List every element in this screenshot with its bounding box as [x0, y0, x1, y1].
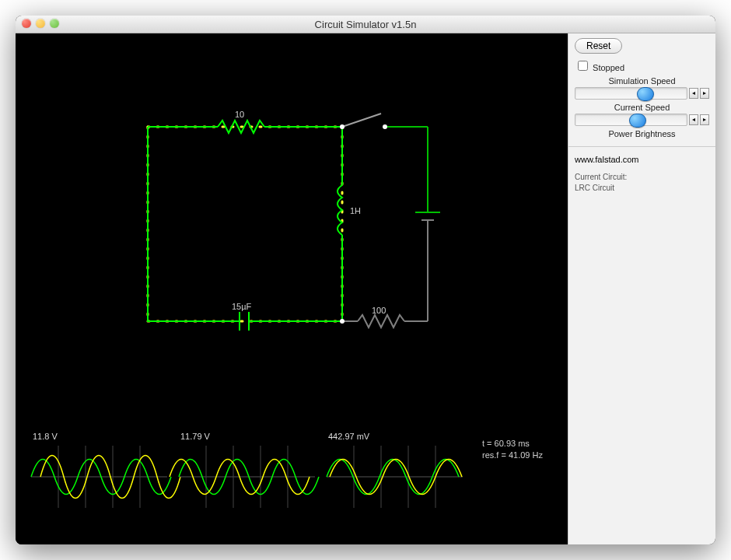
- close-icon[interactable]: [22, 19, 31, 28]
- sim-speed-left[interactable]: ◂: [689, 88, 698, 99]
- scope2-value: 11.79 V: [180, 432, 210, 441]
- sim-speed-label: Simulation Speed: [575, 76, 709, 86]
- minimize-icon[interactable]: [36, 19, 45, 28]
- svg-point-18: [340, 319, 345, 324]
- zoom-icon[interactable]: [50, 19, 59, 28]
- resf-value: res.f = 41.09 Hz: [482, 450, 543, 461]
- timing-readout: t = 60.93 ms res.f = 41.09 Hz: [482, 438, 543, 461]
- svg-point-16: [340, 124, 345, 129]
- time-value: t = 60.93 ms: [482, 438, 543, 450]
- resistor2-label: 100: [372, 306, 386, 315]
- svg-point-17: [383, 124, 387, 129]
- svg-line-8: [342, 114, 381, 127]
- window-controls: [22, 19, 59, 28]
- capacitor-label: 15µF: [232, 302, 252, 311]
- sidebar: Reset Stopped Simulation Speed ◂ ▸ Curre…: [568, 33, 715, 544]
- current-speed-label: Current Speed: [575, 103, 709, 112]
- current-speed-right[interactable]: ▸: [700, 114, 709, 125]
- circuit-svg: 10 1H 15µF 100: [16, 33, 568, 391]
- sim-speed-slider[interactable]: [575, 87, 687, 100]
- site-link[interactable]: www.falstad.com: [575, 155, 709, 164]
- stopped-checkbox[interactable]: [578, 61, 588, 71]
- scope3-value: 442.97 mV: [328, 432, 369, 441]
- inductor-label: 1H: [350, 206, 361, 215]
- circuit-name: LRC Circuit: [575, 183, 709, 194]
- scope1-value: 11.8 V: [33, 432, 58, 441]
- circuit-canvas[interactable]: 10 1H 15µF 100: [16, 33, 568, 544]
- current-speed-slider[interactable]: [575, 114, 687, 126]
- content: 10 1H 15µF 100: [16, 33, 715, 544]
- window-title: Circuit Simulator v1.5n: [16, 19, 715, 30]
- power-brightness-label: Power Brightness: [575, 129, 709, 138]
- app-window: Circuit Simulator v1.5n: [16, 16, 715, 544]
- resistor1-label: 10: [235, 110, 244, 119]
- sim-speed-right[interactable]: ▸: [700, 88, 709, 99]
- titlebar[interactable]: Circuit Simulator v1.5n: [16, 16, 715, 33]
- current-speed-left[interactable]: ◂: [689, 114, 698, 125]
- reset-button[interactable]: Reset: [575, 38, 622, 54]
- stopped-label: Stopped: [593, 63, 624, 72]
- current-circuit-label: Current Circuit:: [575, 172, 709, 183]
